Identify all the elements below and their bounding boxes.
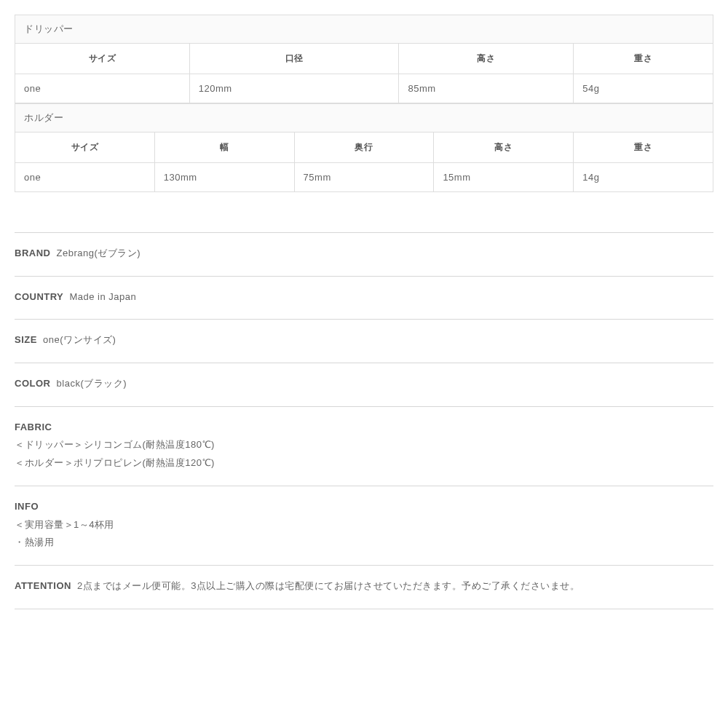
detail-value: Made in Japan: [66, 291, 136, 302]
product-details: BRAND Zebrang(ゼブラン)COUNTRY Made in Japan…: [15, 232, 713, 609]
detail-value: ＜ドリッパー＞シリコンゴム(耐熱温度180℃): [15, 436, 713, 454]
detail-value: ・熱湯用: [15, 534, 713, 552]
col-header: 幅: [154, 132, 294, 163]
detail-value: black(ブラック): [53, 378, 127, 389]
cell: 85mm: [399, 74, 574, 103]
detail-value: Zebrang(ゼブラン): [53, 248, 141, 258]
detail-row: SIZE one(ワンサイズ): [15, 319, 713, 363]
detail-row: ATTENTION 2点まではメール便可能。3点以上ご購入の際は宅配便にてお届け…: [15, 565, 713, 609]
table-row: one 130mm 75mm 15mm 14g: [15, 163, 713, 192]
col-header: 重さ: [574, 132, 713, 163]
col-header: 高さ: [434, 132, 574, 163]
detail-row: COLOR black(ブラック): [15, 363, 713, 406]
table-header-row: サイズ 幅 奥行 高さ 重さ: [15, 132, 713, 163]
detail-label: FABRIC: [15, 419, 711, 437]
cell: one: [15, 163, 155, 192]
col-header: 重さ: [574, 44, 713, 74]
detail-row: INFO＜実用容量＞1～4杯用・熱湯用: [15, 486, 713, 565]
detail-label: ATTENTION: [15, 580, 71, 591]
detail-row: BRAND Zebrang(ゼブラン): [15, 232, 713, 276]
table-holder: ホルダー サイズ 幅 奥行 高さ 重さ one 130mm 75mm 15mm …: [15, 103, 713, 192]
detail-value: 2点まではメール便可能。3点以上ご購入の際は宅配便にてお届けさせていただきます。…: [74, 580, 580, 591]
col-header: サイズ: [15, 132, 155, 163]
cell: 130mm: [154, 163, 294, 192]
detail-value: ＜実用容量＞1～4杯用: [15, 516, 713, 534]
col-header: 奥行: [294, 132, 434, 163]
table-header-row: サイズ 口径 高さ 重さ: [15, 44, 713, 74]
cell: 15mm: [434, 163, 574, 192]
table-row: one 120mm 85mm 54g: [15, 74, 713, 103]
detail-label: COUNTRY: [15, 291, 63, 302]
cell: 120mm: [189, 74, 399, 103]
col-header: 口径: [189, 44, 399, 74]
detail-value: one(ワンサイズ): [40, 334, 116, 345]
table-title: ドリッパー: [15, 15, 713, 44]
detail-label: INFO: [15, 498, 711, 516]
cell: one: [15, 74, 190, 103]
cell: 14g: [574, 163, 713, 192]
table-title: ホルダー: [15, 104, 713, 132]
detail-row: FABRIC＜ドリッパー＞シリコンゴム(耐熱温度180℃)＜ホルダー＞ポリプロピ…: [15, 406, 713, 486]
spec-tables: ドリッパー サイズ 口径 高さ 重さ one 120mm 85mm 54g ホル…: [15, 15, 713, 192]
cell: 75mm: [294, 163, 434, 192]
table-dripper: ドリッパー サイズ 口径 高さ 重さ one 120mm 85mm 54g: [15, 15, 713, 103]
detail-label: BRAND: [15, 248, 50, 258]
detail-label: COLOR: [15, 378, 50, 389]
col-header: サイズ: [15, 44, 190, 74]
detail-row: COUNTRY Made in Japan: [15, 276, 713, 320]
col-header: 高さ: [399, 44, 574, 74]
detail-label: SIZE: [15, 334, 37, 345]
cell: 54g: [574, 74, 713, 103]
detail-value: ＜ホルダー＞ポリプロピレン(耐熱温度120℃): [15, 454, 713, 472]
